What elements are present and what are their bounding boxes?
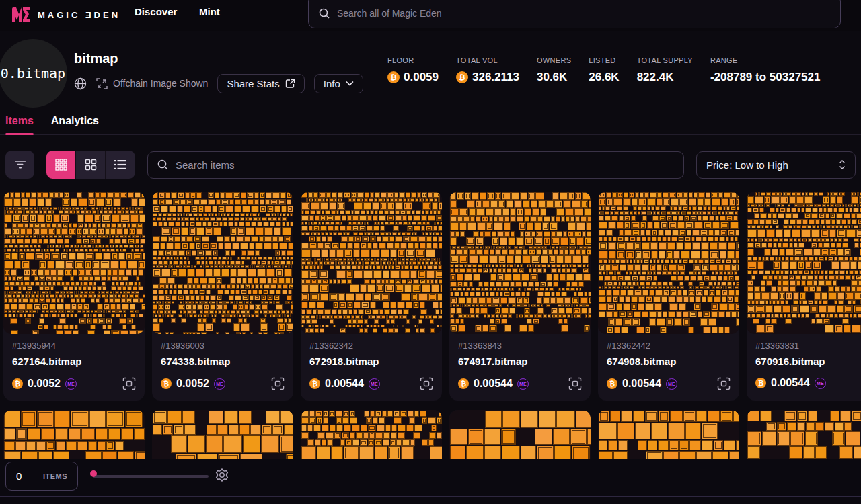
search-icon <box>318 7 330 19</box>
view-list-button[interactable] <box>106 151 135 179</box>
nav-link-discover[interactable]: Discover <box>135 6 177 17</box>
stat-value: -208789 to 50327521 <box>710 71 821 84</box>
magic-eden-logo-icon <box>11 6 31 24</box>
view-mode-group <box>46 151 135 179</box>
stat-label: OWNERS <box>537 56 571 65</box>
share-stats-button[interactable]: Share Stats <box>217 74 304 93</box>
items-count-value: 0 <box>16 470 22 482</box>
btc-icon: ₿ <box>161 378 172 389</box>
nft-image <box>3 192 145 334</box>
stat-label: TOTAL VOL <box>456 56 519 65</box>
nft-inscription-number: #13935944 <box>12 341 136 351</box>
nft-price: 0.00544 <box>622 378 661 390</box>
share-stats-label: Share Stats <box>227 78 279 89</box>
magic-eden-badge-icon: ME <box>666 378 677 390</box>
magic-eden-badge-icon: ME <box>517 378 529 390</box>
nft-name: 627164.bitmap <box>12 355 136 367</box>
nft-price: 0.0052 <box>176 378 209 390</box>
items-search-bar[interactable] <box>147 151 684 179</box>
nft-card[interactable]: #13935944 627164.bitmap ₿ 0.0052 ME <box>3 192 145 401</box>
magic-eden-logo[interactable]: MAGIC ƎDEN <box>11 6 120 24</box>
items-search-input[interactable] <box>176 159 675 171</box>
offchain-image-label: Offchain Image Shown <box>113 78 208 89</box>
globe-icon[interactable] <box>74 77 87 90</box>
nft-name: 670916.bitmap <box>755 355 861 367</box>
tab-items[interactable]: Items <box>5 108 34 134</box>
stat-listed: LISTED 26.6K <box>589 56 619 84</box>
collection-tabs: Items Analytics <box>0 108 861 135</box>
chevron-down-icon <box>346 81 354 86</box>
bottom-bar: 0 ITEMS <box>0 459 861 504</box>
global-search-input[interactable] <box>337 8 831 19</box>
nft-image <box>152 192 293 334</box>
info-dropdown-button[interactable]: Info <box>314 74 363 93</box>
filter-button[interactable] <box>5 151 34 179</box>
list-icon <box>114 160 126 169</box>
stat-label: TOTAL SUPPLY <box>637 56 693 65</box>
nft-inscription-number: #13362342 <box>309 341 433 351</box>
stat-label: LISTED <box>589 56 619 65</box>
nft-card[interactable]: #13363831 670916.bitmap ₿ 0.00544 ME <box>747 192 861 401</box>
stat-label: FLOOR <box>387 56 439 65</box>
quick-view-icon[interactable] <box>420 377 433 390</box>
info-label: Info <box>324 78 340 89</box>
search-icon <box>157 159 169 171</box>
tab-analytics[interactable]: Analytics <box>51 108 99 134</box>
nft-card[interactable]: #13362342 672918.bitmap ₿ 0.00544 ME <box>301 192 442 401</box>
items-toolbar: Price: Low to High <box>0 151 861 179</box>
btc-icon: ₿ <box>387 71 400 83</box>
stat-floor: FLOOR ₿0.0059 <box>387 56 439 84</box>
dense-grid-icon <box>55 159 67 171</box>
sort-value: Price: Low to High <box>706 159 788 171</box>
external-link-icon <box>285 79 295 89</box>
grid-icon <box>85 159 97 171</box>
nft-name: 674908.bitmap <box>607 355 731 367</box>
btc-icon: ₿ <box>12 378 23 389</box>
collection-header: 0.bitmap bitmap Offchain Image Shown Sha… <box>0 31 861 108</box>
nft-name: 674338.bitmap <box>161 355 285 367</box>
stat-value: 0.0059 <box>404 71 439 84</box>
btc-icon: ₿ <box>309 378 320 389</box>
nft-inscription-number: #13936003 <box>161 341 285 351</box>
quick-view-icon[interactable] <box>717 377 731 390</box>
stat-value: 326.2113 <box>472 71 519 84</box>
view-dense-grid-button[interactable] <box>46 151 76 179</box>
view-grid-button[interactable] <box>76 151 106 179</box>
nft-inscription-number: #13363843 <box>458 341 582 351</box>
nft-image <box>449 192 591 334</box>
nft-name: 674917.bitmap <box>458 355 582 367</box>
stat-range: RANGE -208789 to 50327521 <box>710 56 821 84</box>
settings-gear-icon[interactable] <box>215 468 229 482</box>
quick-view-icon[interactable] <box>271 377 285 390</box>
nft-grid-row-1: #13935944 627164.bitmap ₿ 0.0052 ME #139… <box>3 192 861 401</box>
magic-eden-badge-icon: ME <box>65 378 77 390</box>
stat-value: 26.6K <box>589 71 619 84</box>
top-navbar: MAGIC ƎDEN Discover Mint <box>0 0 861 31</box>
nft-card[interactable]: #13362442 674908.bitmap ₿ 0.00544 ME <box>598 192 739 401</box>
btc-icon: ₿ <box>456 71 468 83</box>
stat-total-supply: TOTAL SUPPLY 822.4K <box>637 56 693 84</box>
quick-view-icon[interactable] <box>122 377 136 390</box>
nft-price: 0.00544 <box>474 378 513 390</box>
stat-label: RANGE <box>710 56 821 65</box>
magic-eden-badge-icon: ME <box>369 378 380 390</box>
offchain-image-toggle[interactable]: Offchain Image Shown <box>96 78 208 89</box>
collection-avatar: 0.bitmap <box>0 39 67 108</box>
expand-image-icon <box>96 78 108 89</box>
nft-card[interactable]: #13363843 674917.bitmap ₿ 0.00544 ME <box>449 192 591 401</box>
collection-title: bitmap <box>74 51 118 67</box>
magic-eden-badge-icon: ME <box>815 378 826 389</box>
nft-price: 0.00544 <box>771 377 810 389</box>
nft-card[interactable]: #13936003 674338.bitmap ₿ 0.0052 ME <box>152 192 293 401</box>
slider-knob[interactable] <box>90 470 97 477</box>
global-search-bar[interactable] <box>308 0 841 28</box>
nft-inscription-number: #13363831 <box>755 341 861 351</box>
nav-link-mint[interactable]: Mint <box>199 6 220 17</box>
quick-view-icon[interactable] <box>568 377 582 390</box>
card-size-slider[interactable] <box>93 475 209 478</box>
stat-total-vol: TOTAL VOL ₿326.2113 <box>456 56 519 84</box>
sort-dropdown[interactable]: Price: Low to High <box>696 151 856 179</box>
magic-eden-badge-icon: ME <box>214 378 225 390</box>
nft-image <box>301 192 442 334</box>
items-count-box[interactable]: 0 ITEMS <box>5 462 78 491</box>
